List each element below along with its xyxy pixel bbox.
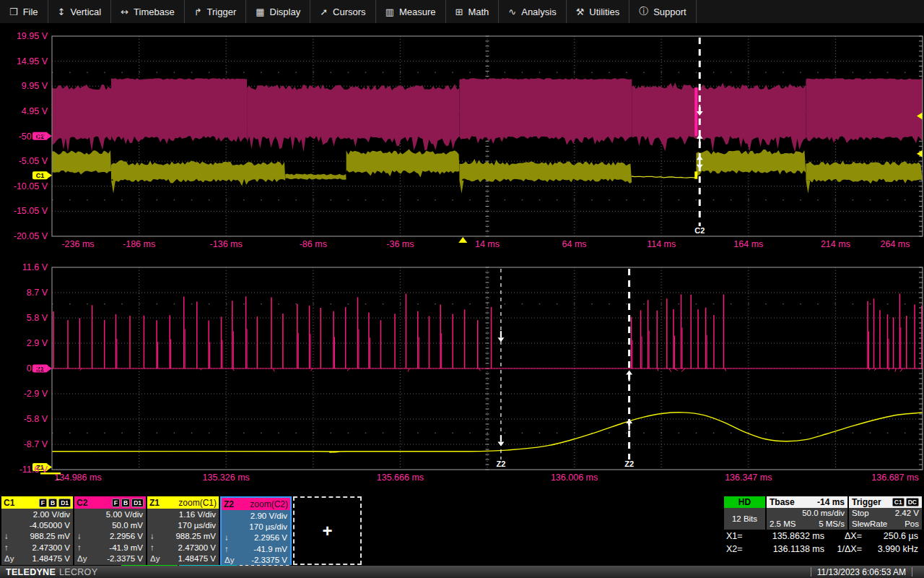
trace-badge-f: F	[39, 499, 47, 507]
trigger-level: 2.42 V	[895, 509, 919, 518]
trigger-box[interactable]: Trigger C1 DC Stop 2.42 V SlewRate Pos	[849, 496, 922, 530]
menu-item-label: Utilities	[589, 7, 619, 17]
menu-item-analysis[interactable]: ∿Analysis	[499, 0, 566, 23]
statusbar-divider-right	[912, 567, 912, 577]
grid1-y-label: -20.05 V	[14, 231, 48, 241]
grid1-x-label: 264 ms	[881, 239, 910, 249]
zoom-source-label: zoom(C2)	[250, 499, 288, 509]
grid2-y-label: -11.6 V	[19, 465, 48, 475]
plus-icon: +	[322, 521, 332, 541]
x2-label: X2=	[726, 544, 752, 554]
descriptor-values: 1.16 V/div170 µs/div↓988.25 mV↑2.47300 V…	[147, 509, 219, 565]
descriptor-header[interactable]: Z2zoom(C2)	[222, 498, 290, 510]
grid1-y-label: -10.05 V	[14, 181, 48, 191]
tools-icon: ⚒	[576, 7, 585, 17]
menu-item-cursors[interactable]: ➚Cursors	[310, 0, 375, 23]
descriptor-row: 2.90 V/div	[225, 512, 287, 521]
tbase-scale: 50.0 ms/div	[802, 509, 845, 518]
brand-logo: TELEDYNE	[6, 567, 56, 577]
grid2-y-label: 2.9 V	[27, 338, 48, 348]
menu-item-label: Trigger	[207, 7, 237, 17]
grid2-x-label: 136.006 ms	[551, 473, 598, 483]
brand-logo-light: LECROY	[59, 567, 97, 577]
grid2-y-label: 8.7 V	[27, 288, 48, 298]
oscilloscope-app: { "menu": { "items": [ {"label":"File","…	[0, 0, 924, 578]
timebase-box[interactable]: Tbase -14 ms 50.0 ms/div 2.5 MS 5 MS/s	[767, 496, 847, 530]
menu-item-label: Cursors	[333, 7, 366, 17]
grid2-y-label: 5.8 V	[27, 313, 48, 323]
descriptor-z2[interactable]: Z2zoom(C2)2.90 V/div170 µs/div↓2.2956 V↑…	[220, 496, 292, 565]
dx-label: ΔX=	[824, 531, 862, 541]
tbase-title: Tbase	[770, 497, 795, 507]
descriptor-header[interactable]: C2FBD1	[74, 496, 146, 509]
grid2-y-label: -2.9 V	[24, 389, 48, 399]
grid2-x-label: 136.347 ms	[725, 473, 772, 483]
menu-item-trigger[interactable]: ↱Trigger	[185, 0, 247, 23]
grid2-x-label: 135.326 ms	[203, 473, 250, 483]
grid1-x-label: 114 ms	[647, 239, 676, 249]
descriptor-row: 2.00 V/div	[4, 510, 70, 519]
menu-item-utilities[interactable]: ⚒Utilities	[567, 0, 630, 23]
grid2-x-label: 136.687 ms	[871, 473, 918, 483]
tbase-samplerate: 5 MS/s	[819, 519, 845, 529]
descriptor-row: 170 µs/div	[150, 521, 216, 530]
descriptor-row: 50.0 mV	[77, 521, 143, 530]
zoom-region-highlight	[694, 171, 697, 178]
menu-item-math[interactable]: ⊞Math	[446, 0, 500, 23]
descriptor-row: -4.05000 V	[4, 521, 70, 530]
trace-descriptor-bar: C1FBD12.00 V/div-4.05000 V↓988.25 mV↑2.4…	[0, 495, 924, 566]
trace-zero-pointer-icon	[48, 173, 52, 178]
menu-item-label: Vertical	[71, 7, 102, 17]
x2-value: 136.1138 ms	[752, 544, 824, 554]
tbase-offset: -14 ms	[817, 497, 845, 507]
horizontal-arrows-icon: ↔	[121, 7, 128, 17]
grid1-y-label: 19.95 V	[17, 31, 48, 41]
grid1-y-label: -15.05 V	[14, 206, 48, 216]
menu-item-timebase[interactable]: ↔Timebase	[111, 0, 185, 23]
hd-resolution-box[interactable]: HD 12 Bits	[724, 496, 765, 530]
descriptor-header[interactable]: Z1zoom(C1)	[147, 496, 219, 509]
zoom-source-label: zoom(C1)	[178, 498, 217, 508]
trigger-slope-icon: ↱	[194, 7, 202, 17]
add-trace-button[interactable]: +	[293, 496, 362, 565]
trigger-time-marker-icon[interactable]	[458, 237, 467, 243]
menu-item-label: Math	[468, 7, 489, 17]
descriptor-c1[interactable]: C1FBD12.00 V/div-4.05000 V↓988.25 mV↑2.4…	[1, 496, 73, 565]
file-icon: ❒	[9, 7, 18, 17]
grid2-y-label: 11.6 V	[22, 262, 48, 272]
descriptor-header[interactable]: C1FBD1	[1, 496, 73, 509]
menu-item-label: Display	[270, 7, 301, 17]
trace-id-label: C1	[4, 498, 14, 508]
menu-item-file[interactable]: ❒File	[0, 0, 48, 23]
x1-value: 135.8632 ms	[752, 531, 824, 541]
cursor-label-grid1: C2	[694, 226, 705, 235]
grid1: C2C2C119.95 V14.95 V9.95 V4.95 V-50 mV-5…	[14, 31, 923, 249]
descriptor-row: ↑-41.9 mV	[77, 543, 143, 553]
grid2-y-label: -8.7 V	[24, 439, 48, 449]
menu-item-vertical[interactable]: ↕Vertical	[48, 0, 112, 23]
vertical-arrows-icon: ↕	[58, 7, 66, 17]
trigger-mode: Stop	[852, 509, 869, 518]
waveform-display-area[interactable]: C2C2C119.95 V14.95 V9.95 V4.95 V-50 mV-5…	[0, 0, 924, 495]
descriptor-row: Δy1.48475 V	[4, 554, 70, 564]
trace-zero-marker-label: C1	[36, 172, 45, 179]
grid1-y-label: -50 mV	[19, 131, 48, 142]
tbase-memory: 2.5 MS	[770, 519, 796, 529]
grid1-y-label: 9.95 V	[22, 81, 48, 91]
descriptor-c2[interactable]: C2FBD15.00 V/div50.0 mV↓2.2956 V↑-41.9 m…	[74, 496, 146, 565]
menu-item-support[interactable]: ⓘSupport	[629, 0, 697, 23]
descriptor-row: ↓988.25 mV	[150, 532, 216, 541]
trace-zero-pointer-icon	[48, 464, 52, 470]
inv-dx-value: 3.990 kHz	[862, 544, 918, 554]
grid1-x-label: -36 ms	[386, 239, 414, 249]
menu-item-measure[interactable]: ▥Measure	[376, 0, 446, 23]
calculator-icon: ⊞	[456, 7, 463, 17]
descriptor-row: Δy-2.3375 V	[225, 556, 287, 565]
hd-bits: 12 Bits	[732, 514, 757, 523]
menu-item-label: Measure	[399, 7, 436, 17]
descriptor-values: 5.00 V/div50.0 mV↓2.2956 V↑-41.9 mVΔy-2.…	[74, 509, 146, 565]
descriptor-z1[interactable]: Z1zoom(C1)1.16 V/div170 µs/div↓988.25 mV…	[147, 496, 219, 565]
trigger-title: Trigger	[852, 497, 881, 507]
menu-item-display[interactable]: ▦Display	[246, 0, 310, 23]
trace-badge-b: B	[48, 499, 57, 507]
